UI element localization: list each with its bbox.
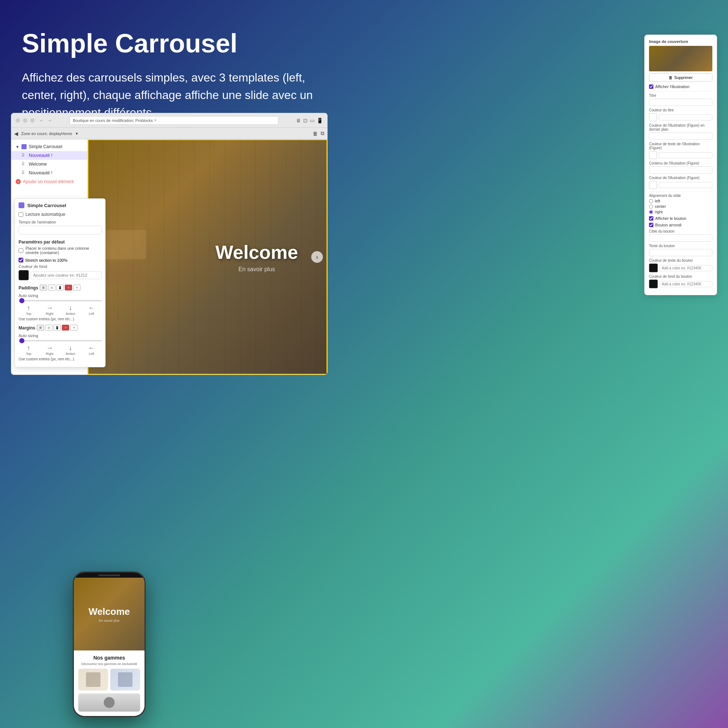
stretch-checkbox[interactable] [18, 258, 23, 262]
center-col-checkbox[interactable] [18, 248, 23, 253]
forward-icon[interactable]: → [47, 118, 52, 123]
item-label-3: Nouveauté ! [29, 170, 52, 176]
back-icon[interactable]: ← [39, 118, 44, 123]
slider-track-2[interactable] [18, 340, 102, 341]
top-label: Top [26, 312, 31, 316]
margins-icon-tablet[interactable]: ⊡ [45, 325, 52, 330]
down-arrow-icon: ↓ [69, 304, 72, 312]
rp-align-center-label: center [655, 204, 666, 209]
panel-icon [18, 202, 24, 208]
parent-label: Simple Carrousel [29, 144, 62, 149]
margins-icon-desktop[interactable]: 🖥 [37, 325, 44, 330]
show-btn-checkbox[interactable] [649, 216, 653, 220]
pad-icon-delete[interactable]: ✕ [73, 284, 80, 291]
zone-copy-icon[interactable]: ⧉ [321, 130, 324, 136]
rp-align-right-radio[interactable] [649, 210, 653, 214]
rp-title-color-input[interactable]: #ffffff [659, 114, 712, 121]
browser-btn-1 [16, 118, 20, 123]
rp-btn-text-input[interactable]: Achetez [649, 249, 712, 256]
rp-btn-target-input[interactable]: # [649, 234, 712, 242]
margin-right-label: Right [46, 352, 54, 356]
margin-arrow-top[interactable]: ↑ Top [18, 344, 39, 356]
expand-icon: ▼ [16, 145, 19, 149]
sidebar-parent-item[interactable]: ▼ Simple Carrousel [11, 142, 87, 151]
rp-align-left-row: left [649, 199, 712, 203]
auto-play-checkbox[interactable] [18, 212, 23, 217]
rp-title-input[interactable]: Nouveauté ! [649, 99, 712, 106]
left-arrow-icon: ← [88, 304, 95, 312]
mobile-icon[interactable]: 📱 [317, 118, 323, 123]
rp-btn-bg-color-input[interactable] [659, 281, 712, 287]
rp-figure-color-swatch[interactable] [649, 181, 657, 189]
rp-figure-text-input[interactable]: #ffffff [659, 152, 712, 158]
item-icon-1: ⠿ [21, 153, 27, 158]
zone-back-icon[interactable]: ◀ [14, 131, 18, 136]
rounded-btn-checkbox[interactable] [649, 223, 653, 227]
slider-track-1[interactable] [18, 300, 102, 301]
rp-btn-text-color-input[interactable] [659, 265, 712, 271]
rp-figure-color-input[interactable]: #fffdfd [659, 182, 712, 188]
rp-title-label: Titre [649, 93, 712, 98]
slider-thumb-2[interactable] [19, 338, 24, 343]
phone-section-sub: Découvrez nos gammes en exclusivité [78, 662, 140, 666]
dropdown-icon[interactable]: ▾ [154, 118, 156, 123]
phone-carousel: Welcome En savoir plus [74, 578, 145, 650]
rp-btn-text-color-row [649, 263, 712, 272]
rp-delete-btn[interactable]: 🗑 Supprimer [649, 73, 712, 81]
arrow-top[interactable]: ↑ Top [18, 304, 39, 316]
pad-icon-desktop[interactable]: 🖥 [40, 284, 47, 291]
phone-grid-item-2 [110, 669, 140, 691]
show-illustration-checkbox[interactable] [649, 84, 653, 89]
margin-top-label: Top [26, 352, 31, 356]
auto-sizing-label-1: Auto sizing [18, 294, 102, 298]
margins-icon-mobile[interactable]: 📱 [54, 325, 61, 330]
rp-figure-text-swatch[interactable] [649, 151, 657, 159]
rp-title-color-swatch[interactable] [649, 113, 657, 121]
sidebar-tree: ▼ Simple Carrousel ⠿ Nouveauté ! ⠿ Welco… [11, 139, 87, 189]
bg-color-swatch[interactable] [18, 270, 29, 280]
phone-section-title: Nos gammes [78, 655, 140, 661]
rounded-btn-row: Bouton arrondi [649, 223, 712, 227]
margin-arrow-left[interactable]: ← Left [81, 344, 102, 356]
deco-1 [102, 230, 146, 259]
arrow-left[interactable]: ← Left [81, 304, 102, 316]
arrow-right[interactable]: → Right [40, 304, 60, 316]
bg-color-input[interactable] [31, 271, 102, 279]
margin-arrow-bottom[interactable]: ↓ Botton [60, 344, 81, 356]
arrow-bottom[interactable]: ↓ Botton [60, 304, 81, 316]
rp-btn-target-label: Cible du bouton [649, 229, 712, 233]
right-label-1: Right [46, 312, 54, 316]
pad-icon-mobile[interactable]: 📱 [57, 284, 64, 291]
margins-icon-delete[interactable]: ✕ [70, 325, 78, 330]
carousel-next-btn[interactable]: › [311, 251, 323, 263]
phone-grid-img-1 [86, 672, 101, 687]
rp-figure-content-label: Contenu de l'illustation (Figure) [649, 161, 712, 165]
desktop-icon[interactable]: 🖥 [296, 118, 301, 123]
tablet-icon[interactable]: ⊡ [303, 118, 307, 123]
browser-address: Boutique en cours de modification: Probl… [70, 116, 278, 125]
slider-thumb-1[interactable] [19, 298, 24, 303]
rp-figure-content-input[interactable]: Content [649, 166, 712, 174]
pad-icon-help[interactable]: ? [65, 284, 72, 291]
mobile-lg-icon[interactable]: ▭ [310, 118, 315, 123]
zone-delete-icon[interactable]: 🗑 [313, 131, 318, 136]
phone-grid [78, 669, 140, 691]
rp-figure-bg-input[interactable]: Brand [649, 133, 712, 140]
sidebar-add-element[interactable]: + Ajouter un nouvel élément [11, 177, 87, 186]
sidebar-item-welcome[interactable]: ⠿ Welcome [11, 160, 87, 168]
animation-time-input[interactable]: 3000 [18, 226, 102, 234]
sidebar-item-nouveaute-1[interactable]: ⠿ Nouveauté ! [11, 151, 87, 160]
rp-align-left-radio[interactable] [649, 199, 653, 203]
item-label-1: Nouveauté ! [29, 153, 52, 158]
rp-btn-text-swatch[interactable] [649, 263, 658, 272]
center-col-label: Placer le contenu dans une colonne centr… [26, 246, 102, 255]
rp-align-center-radio[interactable] [649, 205, 653, 209]
zone-dropdown-icon[interactable]: ▾ [76, 131, 78, 136]
trash-icon: 🗑 [669, 75, 673, 80]
pad-icon-tablet[interactable]: ⊡ [48, 284, 55, 291]
rp-figure-bg-label: Couleur de l'illustration (Figure) en de… [649, 123, 712, 132]
margins-icon-help[interactable]: ? [62, 325, 69, 330]
sidebar-item-nouveaute-2[interactable]: ⠿ Nouveauté ! [11, 168, 87, 177]
margin-arrow-right[interactable]: → Right [40, 344, 60, 356]
rp-btn-bg-swatch[interactable] [649, 280, 658, 288]
